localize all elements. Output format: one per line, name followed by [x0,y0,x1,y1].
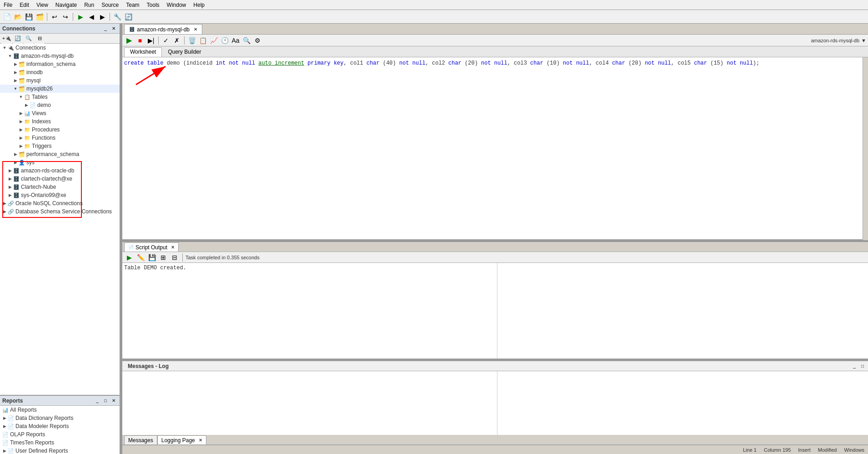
toggle-user-defined[interactable]: ▶ [2,448,7,454]
tree-information-schema[interactable]: ▶ 🗂️ information_schema [0,60,120,68]
reports-maximize[interactable]: □ [102,397,109,404]
new-connection-button[interactable]: +🔌 [2,34,12,44]
script-output-close-icon[interactable]: ✕ [171,245,175,250]
toggle-oracle-nosql[interactable]: ▶ [2,201,7,206]
tree-clartech[interactable]: ▶ 🗄️ clartech-clartech@xe [0,175,120,183]
toggle-tables[interactable]: ▼ [18,94,24,100]
tree-demo-table[interactable]: ▶ 📄 demo [0,101,120,109]
toggle-demo[interactable]: ▶ [24,102,29,108]
collapse-all-button[interactable]: ⊟ [35,34,45,44]
tree-mysql[interactable]: ▶ 🗂️ mysql [0,76,120,85]
toggle-views[interactable]: ▶ [18,111,24,116]
report-user-defined[interactable]: ▶ 📄 User Defined Reports [0,447,120,454]
toggle-sys[interactable]: ▶ [13,160,18,165]
toggle-mysqldb26[interactable]: ▼ [13,86,18,91]
report-timesten[interactable]: 📄 TimesTen Reports [0,439,120,447]
toggle-triggers[interactable]: ▶ [18,143,24,149]
menu-help[interactable]: Help [190,1,208,9]
tab-messages[interactable]: Messages [124,435,157,444]
menu-tools[interactable]: Tools [143,1,163,9]
connection-dropdown-icon[interactable]: ▼ [861,38,866,43]
script-save-btn[interactable]: 💾 [147,252,157,262]
find-replace-button[interactable]: 🔍 [241,35,251,45]
script-shrink-btn[interactable]: ⊟ [170,252,180,262]
refresh-button[interactable]: 🔄 [123,12,133,22]
run-button[interactable]: ▶ [75,12,85,22]
rollback-button[interactable]: ✗ [172,35,182,45]
migrate-button[interactable]: 🔧 [112,12,122,22]
tree-indexes-folder[interactable]: ▶ 📁 Indexes [0,117,120,126]
report-data-modeler[interactable]: ▶ 📄 Data Modeler Reports [0,422,120,430]
toggle-procedures[interactable]: ▶ [18,127,24,132]
undo-button[interactable]: ↩ [50,12,60,22]
format-sql-button[interactable]: Aa [231,35,241,45]
report-olap[interactable]: 📄 OLAP Reports [0,430,120,439]
main-tab-amazon[interactable]: 🗄️ amazon-rds-mysql-db ✕ [124,24,202,34]
tab-logging-page[interactable]: Logging Page ✕ [157,435,206,444]
menu-window[interactable]: Window [163,1,190,9]
tab-query-builder[interactable]: Query Builder [162,47,207,57]
toggle-amazon-rds[interactable]: ▼ [7,53,13,59]
messages-maximize[interactable]: □ [859,363,866,370]
refresh-connections-button[interactable]: 🔄 [13,34,23,44]
tree-amazon-rds-mysql[interactable]: ▼ 🗄️ amazon-rds-mysql-db [0,52,120,60]
menu-run[interactable]: Run [80,1,98,9]
toggle-indexes[interactable]: ▶ [18,119,24,124]
tree-procedures-folder[interactable]: ▶ 📁 Procedures [0,126,120,134]
script-run-btn[interactable]: ▶ [124,252,134,262]
toggle-mysql[interactable]: ▶ [13,78,18,83]
connections-minimize[interactable]: _ [102,25,109,32]
tree-innodb[interactable]: ▶ 🗂️ innodb [0,68,120,76]
worksheet-settings-button[interactable]: ⚙ [252,35,262,45]
script-edit-btn[interactable]: ✏️ [135,252,146,262]
save-button[interactable]: 💾 [24,12,34,22]
toggle-db-schema[interactable]: ▶ [2,209,7,214]
reports-minimize[interactable]: _ [94,397,101,404]
commit-button[interactable]: ✓ [161,35,171,45]
nav-back-button[interactable]: ◀ [86,12,96,22]
toggle-connections-root[interactable]: ▼ [2,45,7,50]
code-editor[interactable]: create table demo (indiceid int not null… [122,57,863,240]
toggle-clartech-nube[interactable]: ▶ [7,184,13,190]
toggle-data-dict[interactable]: ▶ [2,415,7,421]
stop-button[interactable]: ■ [135,35,145,45]
script-expand-btn[interactable]: ⊞ [158,252,168,262]
toggle-innodb[interactable]: ▶ [13,70,18,75]
connections-close[interactable]: ✕ [110,25,117,32]
reports-close[interactable]: ✕ [110,397,117,404]
tree-mysqldb26[interactable]: ▼ 🗂️ mysqldb26 [0,85,120,93]
toggle-data-modeler[interactable]: ▶ [2,424,7,429]
menu-edit[interactable]: Edit [16,1,33,9]
run-statement-button[interactable]: ▶| [146,35,156,45]
nav-fwd-button[interactable]: ▶ [97,12,107,22]
history-button[interactable]: 🕐 [220,35,230,45]
messages-minimize[interactable]: _ [851,363,858,370]
logging-tab-close-icon[interactable]: ✕ [199,438,202,443]
toggle-sys-ontario[interactable]: ▶ [7,192,13,198]
tree-views-folder[interactable]: ▶ 📊 Views [0,109,120,117]
menu-navigate[interactable]: Navigate [52,1,80,9]
tree-functions-folder[interactable]: ▶ 📁 Functions [0,134,120,142]
report-data-dictionary[interactable]: ▶ 📄 Data Dictionary Reports [0,414,120,422]
tree-tables-folder[interactable]: ▼ 📋 Tables [0,93,120,101]
redo-button[interactable]: ↪ [60,12,70,22]
toggle-clartech[interactable]: ▶ [7,176,13,182]
tree-performance-schema[interactable]: ▶ 🗂️ performance_schema [0,150,120,158]
toggle-performance-schema[interactable]: ▶ [13,151,18,157]
toggle-functions[interactable]: ▶ [18,135,24,141]
open-button[interactable]: 📂 [13,12,23,22]
editor-scrollbar[interactable] [863,57,868,240]
tree-db-schema-service[interactable]: ▶ 🔗 Database Schema Service Connections [0,207,120,216]
explain-plan-button[interactable]: 📋 [198,35,208,45]
menu-source[interactable]: Source [98,1,122,9]
run-script-button[interactable]: ▶ [124,35,134,45]
menu-file[interactable]: File [0,1,16,9]
clear-output-button[interactable]: 🗑️ [187,35,197,45]
report-all[interactable]: 📊 All Reports [0,406,120,414]
menu-view[interactable]: View [33,1,52,9]
autotrace-button[interactable]: 📈 [209,35,219,45]
tree-amazon-oracle[interactable]: ▶ 🗄️ amazon-rds-oracle-db [0,166,120,175]
tree-sys[interactable]: ▶ 👤 sys [0,158,120,166]
tree-sys-ontario[interactable]: ▶ 🗄️ sys-Ontario99@xe [0,191,120,199]
tree-oracle-nosql[interactable]: ▶ 🔗 Oracle NoSQL Connections [0,199,120,207]
